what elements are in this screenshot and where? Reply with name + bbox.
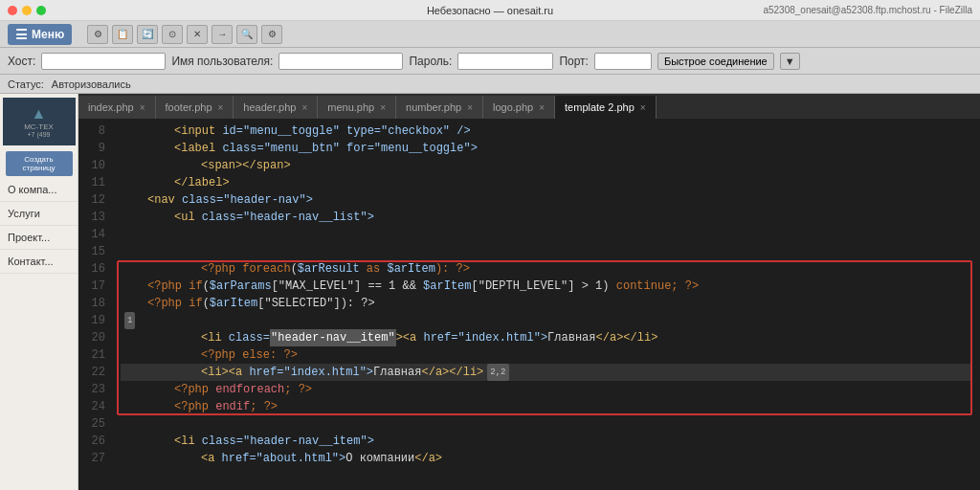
- code-line[interactable]: <?php if($arParams["MAX_LEVEL"] == 1 && …: [121, 278, 972, 295]
- code-token: ; ?>: [250, 398, 278, 415]
- code-token: </: [623, 329, 636, 346]
- editor-tab-bar: index.php × footer.php × header.php × me…: [78, 94, 980, 119]
- code-editor: index.php × footer.php × header.php × me…: [78, 94, 980, 490]
- code-token: <: [201, 364, 208, 381]
- close-window-btn[interactable]: [8, 6, 17, 15]
- password-input[interactable]: [457, 53, 553, 70]
- maximize-window-btn[interactable]: [36, 6, 46, 15]
- code-token: </: [174, 174, 188, 191]
- minimize-window-btn[interactable]: [22, 6, 32, 15]
- tab-close-icon[interactable]: ×: [301, 102, 307, 113]
- code-token: li: [208, 329, 221, 346]
- tab-index-php[interactable]: index.php ×: [78, 96, 156, 119]
- sidebar-item-services[interactable]: Услуги: [0, 202, 78, 226]
- code-token: if: [189, 295, 202, 312]
- code-line[interactable]: <label class="menu__btn" for="menu__togg…: [121, 140, 972, 157]
- toolbar-icon-7[interactable]: 🔍: [236, 25, 257, 44]
- tab-logo-php[interactable]: logo.php ×: [483, 96, 555, 119]
- connection-bar: Хост: Имя пользователя: Пароль: Порт: Бы…: [0, 48, 980, 75]
- line-number: 9: [78, 140, 105, 157]
- code-token: span: [256, 157, 284, 174]
- toolbar-icon-8[interactable]: ⚙: [261, 25, 282, 44]
- code-token: ; ?>: [284, 381, 312, 398]
- code-token: li: [637, 329, 651, 346]
- code-line[interactable]: <li class="header-nav__item">: [121, 433, 972, 450]
- code-line[interactable]: <?php endforeach; ?>: [121, 381, 972, 398]
- code-token: О компании: [345, 450, 414, 467]
- code-line[interactable]: 1: [121, 312, 972, 329]
- code-token: <: [174, 433, 181, 450]
- code-line[interactable]: <span></span>: [121, 157, 972, 174]
- create-page-button[interactable]: Создать страницу: [6, 151, 73, 176]
- tab-close-icon[interactable]: ×: [380, 102, 386, 113]
- line-number: 25: [78, 415, 105, 433]
- username-input[interactable]: [278, 53, 403, 70]
- code-line[interactable]: [121, 243, 972, 260]
- code-line[interactable]: <?php else: ?>: [121, 346, 972, 364]
- code-line[interactable]: <ul class="header-nav__list">: [121, 209, 972, 226]
- menu-button[interactable]: ☰ Меню: [8, 24, 72, 45]
- code-line[interactable]: <?php endif; ?>: [121, 398, 972, 415]
- code-token: href="about.html">: [214, 450, 345, 467]
- code-token: >: [477, 364, 483, 381]
- code-token: class="header-nav">: [175, 191, 313, 209]
- code-token: a: [410, 329, 416, 346]
- host-input[interactable]: [41, 53, 166, 70]
- code-line[interactable]: <li><a href="index.html">Главная</a></li…: [121, 364, 972, 381]
- tab-close-icon[interactable]: ×: [539, 102, 545, 113]
- tab-header-php[interactable]: header.php ×: [234, 96, 318, 119]
- code-line[interactable]: [121, 415, 972, 433]
- menu-label: Меню: [32, 28, 64, 41]
- line-number: 18: [78, 295, 105, 312]
- code-token: ul: [181, 209, 194, 226]
- code-token: endforeach: [215, 381, 284, 398]
- code-token: </: [414, 450, 428, 467]
- code-token: <: [201, 329, 208, 346]
- sidebar-item-contacts[interactable]: Контакт...: [0, 250, 78, 274]
- code-line[interactable]: <li class="header-nav__item"><a href="in…: [121, 329, 972, 346]
- line-number: 11: [78, 174, 105, 191]
- toolbar-icon-5[interactable]: ✕: [187, 25, 208, 44]
- window-controls[interactable]: [8, 6, 46, 15]
- line-number: 8: [78, 122, 105, 140]
- tab-number-php[interactable]: number.php ×: [396, 96, 483, 119]
- code-line[interactable]: <nav class="header-nav">: [121, 191, 972, 209]
- code-lines-container[interactable]: <input id="menu__toggle" type="checkbox"…: [113, 119, 980, 490]
- code-token: </: [596, 329, 610, 346]
- tab-template2-php[interactable]: template 2.php ×: [555, 96, 657, 119]
- code-token: label: [188, 174, 222, 191]
- code-token: href="index.html">: [416, 329, 547, 346]
- toolbar-icon-2[interactable]: 📋: [112, 25, 133, 44]
- tab-footer-php[interactable]: footer.php ×: [156, 96, 234, 119]
- code-line[interactable]: </label>: [121, 174, 972, 191]
- code-token: a: [235, 364, 242, 381]
- tab-menu-php[interactable]: menu.php ×: [318, 96, 396, 119]
- tab-close-icon[interactable]: ×: [218, 102, 224, 113]
- code-line[interactable]: <?php foreach($arResult as $arItem): ?>: [121, 260, 972, 278]
- tab-close-icon[interactable]: ×: [467, 102, 473, 113]
- code-token: endif: [215, 398, 250, 415]
- tab-close-icon[interactable]: ×: [640, 102, 646, 113]
- toolbar-icon-6[interactable]: →: [212, 25, 233, 44]
- port-input[interactable]: [594, 53, 652, 70]
- connect-dropdown[interactable]: ▼: [780, 53, 800, 70]
- os-title-bar: Небезопасно — onesait.ru a52308_onesait@…: [0, 0, 980, 21]
- code-token: <: [229, 364, 235, 381]
- code-line[interactable]: <a href="about.html">О компании</a>: [121, 450, 972, 467]
- sidebar-item-about[interactable]: О компа...: [0, 178, 78, 202]
- code-line[interactable]: <?php if($arItem["SELECTED"]): ?>: [121, 295, 972, 312]
- toolbar-icon-4[interactable]: ⊙: [162, 25, 183, 44]
- code-token: >: [616, 329, 623, 346]
- site-logo: ▲ MC-TEX +7 (499: [3, 98, 76, 145]
- code-line[interactable]: [121, 226, 972, 243]
- toolbar-icon-3[interactable]: 🔄: [137, 25, 158, 44]
- sidebar-item-projects[interactable]: Проект...: [0, 226, 78, 250]
- code-annotation: 2,2: [487, 364, 508, 381]
- tab-close-icon[interactable]: ×: [140, 102, 145, 113]
- code-token: <?php: [201, 260, 242, 278]
- code-line[interactable]: <input id="menu__toggle" type="checkbox"…: [121, 122, 972, 140]
- code-token: (: [203, 278, 210, 295]
- quick-connect-button[interactable]: Быстрое соединение: [657, 53, 774, 70]
- toolbar-icon-1[interactable]: ⚙: [87, 25, 108, 44]
- code-token: (: [291, 260, 298, 278]
